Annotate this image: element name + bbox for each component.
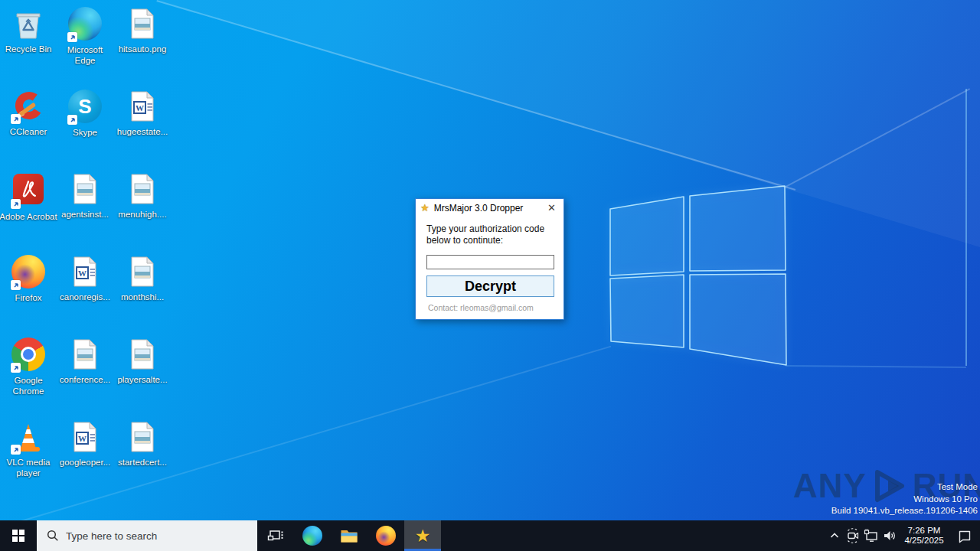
desktop-item-label: canonregis... xyxy=(56,292,114,302)
image-file-icon xyxy=(125,337,160,372)
vlc-icon xyxy=(11,419,46,455)
desktop-item-label: googleoper... xyxy=(56,457,114,468)
taskbar: ★ xyxy=(0,520,980,551)
task-view-button[interactable] xyxy=(257,520,294,551)
firefox-icon xyxy=(11,255,46,290)
acrobat-icon xyxy=(11,174,46,209)
desktop-item-recycle-bin[interactable]: Recycle Bin xyxy=(0,6,57,54)
dialog-title: MrsMajor 3.0 Dropper xyxy=(434,203,545,214)
shortcut-arrow-icon xyxy=(11,199,21,209)
chrome-icon xyxy=(11,337,46,373)
desktop-item-menuhigh[interactable]: menuhigh.... xyxy=(113,171,172,220)
star-icon: ★ xyxy=(420,202,430,214)
desktop-item-adobe-acrobat[interactable]: Adobe Acrobat xyxy=(0,171,57,222)
word-doc-icon: W xyxy=(125,89,160,124)
show-hidden-icons-button[interactable] xyxy=(825,520,844,551)
edge-icon xyxy=(302,526,322,546)
desktop-item-label: conference... xyxy=(56,374,114,385)
desktop-item-label: VLC media player xyxy=(0,457,57,478)
file-explorer-icon xyxy=(339,526,359,546)
desktop-item-playersalte[interactable]: playersalte... xyxy=(113,337,172,385)
desktop-item-label: Microsoft Edge xyxy=(56,44,114,66)
desktop-item-label: startedcert... xyxy=(113,457,172,468)
authorization-code-input[interactable] xyxy=(426,255,554,269)
desktop-item-label: Skype xyxy=(56,127,114,138)
desktop-item-googleoper[interactable]: W googleoper... xyxy=(56,419,114,468)
chevron-up-icon xyxy=(829,530,840,541)
search-icon xyxy=(47,530,59,542)
volume-button[interactable] xyxy=(880,520,899,551)
star-icon: ★ xyxy=(415,527,431,545)
decrypt-button[interactable]: Decrypt xyxy=(426,276,554,297)
desktop-item-firefox[interactable]: Firefox xyxy=(0,254,57,303)
desktop-item-monthshi[interactable]: monthshi... xyxy=(113,254,172,302)
dialog-titlebar[interactable]: ★ MrsMajor 3.0 Dropper ✕ xyxy=(416,199,564,217)
clock-time: 7:26 PM xyxy=(900,526,948,536)
desktop-item-label: Recycle Bin xyxy=(0,44,57,54)
svg-text:W: W xyxy=(78,434,87,443)
word-doc-icon: W xyxy=(67,254,103,289)
start-button[interactable] xyxy=(0,520,37,551)
desktop-item-skype[interactable]: S Skype xyxy=(56,89,114,138)
network-ethernet-icon xyxy=(864,528,879,543)
taskbar-edge-button[interactable] xyxy=(294,520,331,551)
taskbar-empty-area xyxy=(441,520,825,551)
taskbar-mrsmajor-app-button[interactable]: ★ xyxy=(404,520,441,551)
dialog-body: Type your authorization code below to co… xyxy=(416,217,564,312)
search-input[interactable] xyxy=(66,530,219,542)
word-doc-icon: W xyxy=(67,419,103,455)
image-file-icon xyxy=(125,6,160,41)
desktop-item-conference[interactable]: conference... xyxy=(56,337,114,385)
shortcut-arrow-icon xyxy=(67,115,77,125)
camera-icon xyxy=(845,528,861,543)
wallpaper-ray xyxy=(786,365,966,368)
svg-text:W: W xyxy=(136,103,144,112)
close-icon[interactable]: ✕ xyxy=(545,202,558,214)
desktop-item-label: Firefox xyxy=(0,292,57,303)
desktop-item-label: Google Chrome xyxy=(0,375,57,396)
meet-now-button[interactable] xyxy=(844,520,862,551)
action-center-button[interactable] xyxy=(949,520,980,551)
notification-icon xyxy=(957,528,972,543)
desktop-item-label: Adobe Acrobat xyxy=(0,211,57,222)
desktop-item-label: hitsauto.png xyxy=(113,44,172,54)
desktop-item-label: agentsinst... xyxy=(56,209,114,220)
taskbar-file-explorer-button[interactable] xyxy=(331,520,368,551)
firefox-icon xyxy=(376,526,396,546)
image-file-icon xyxy=(125,254,160,289)
desktop-item-canonregis[interactable]: W canonregis... xyxy=(56,254,114,302)
wallpaper-ray xyxy=(965,89,967,366)
desktop-item-hugeestate[interactable]: W hugeestate... xyxy=(113,89,172,137)
desktop-item-hitsauto-png[interactable]: hitsauto.png xyxy=(113,6,172,54)
windows-start-icon xyxy=(12,530,25,543)
authorization-message: Type your authorization code below to co… xyxy=(426,223,557,246)
sandbox-watermark-text: Test Mode Windows 10 Pro Build 19041.vb_… xyxy=(831,481,978,517)
recycle-bin-icon xyxy=(11,6,46,41)
shortcut-arrow-icon xyxy=(11,363,21,373)
image-file-icon xyxy=(67,337,103,372)
network-button[interactable] xyxy=(862,520,880,551)
desktop-item-ccleaner[interactable]: CCleaner xyxy=(0,89,57,137)
clock-date: 4/25/2025 xyxy=(900,536,948,546)
watermark-os: Windows 10 Pro xyxy=(831,494,978,506)
taskbar-clock[interactable]: 7:26 PM 4/25/2025 xyxy=(899,526,949,546)
image-file-icon xyxy=(125,171,160,207)
task-view-icon xyxy=(266,527,285,545)
windows-logo xyxy=(597,176,796,375)
taskbar-firefox-button[interactable] xyxy=(368,520,404,551)
taskbar-search[interactable] xyxy=(37,520,257,551)
speaker-icon xyxy=(882,528,897,543)
watermark-build: Build 19041.vb_release.191206-1406 xyxy=(831,505,978,517)
skype-icon: S xyxy=(67,90,103,125)
shortcut-arrow-icon xyxy=(67,32,77,42)
image-file-icon xyxy=(67,171,103,207)
desktop-item-agentsinst[interactable]: agentsinst... xyxy=(56,171,114,220)
desktop-item-label: playersalte... xyxy=(113,374,172,385)
desktop-item-label: monthshi... xyxy=(113,292,172,302)
desktop-item-microsoft-edge[interactable]: Microsoft Edge xyxy=(56,6,114,66)
desktop-item-startedcert[interactable]: startedcert... xyxy=(113,419,172,468)
mrsmajor-dropper-window: ★ MrsMajor 3.0 Dropper ✕ Type your autho… xyxy=(415,198,564,320)
desktop-item-google-chrome[interactable]: Google Chrome xyxy=(0,337,57,396)
watermark-test-mode: Test Mode xyxy=(831,481,978,494)
desktop-item-vlc[interactable]: VLC media player xyxy=(0,419,57,478)
